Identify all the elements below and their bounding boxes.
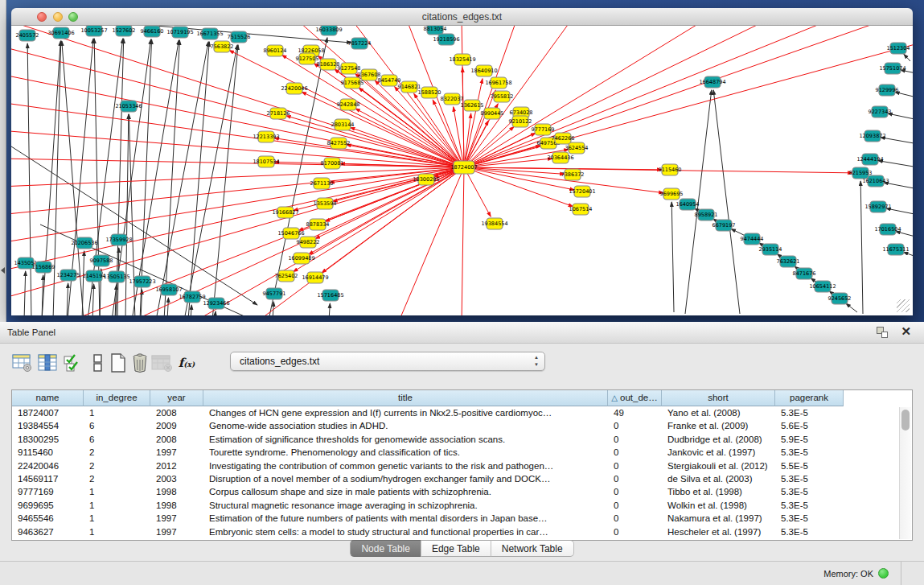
table-cell: 5.6E-5 [775, 419, 844, 432]
table-row[interactable]: 2242004622012Investigating the contribut… [12, 459, 899, 472]
column-header-short[interactable]: short [662, 390, 775, 406]
tab-node-table[interactable]: Node Table [350, 540, 421, 557]
table-row[interactable]: 1872400712008Changes of HCN gene express… [12, 406, 899, 419]
svg-text:17957223: 17957223 [129, 278, 155, 285]
column-chooser-button[interactable] [87, 351, 109, 375]
column-header-year[interactable]: year [150, 390, 203, 406]
table-mode-button[interactable] [11, 351, 34, 375]
svg-text:19166827: 19166827 [272, 209, 298, 216]
table-cell: 1997 [150, 446, 203, 459]
svg-text:2718126: 2718126 [267, 110, 290, 117]
table-cell: 2012 [150, 459, 203, 472]
column-header-pagerank[interactable]: pagerank [775, 390, 844, 406]
svg-text:20206536: 20206536 [71, 240, 97, 246]
column-header-name[interactable]: name [12, 390, 84, 406]
column-header-in_degree[interactable]: in_degree [84, 390, 150, 406]
float-panel-icon[interactable] [877, 327, 889, 339]
table-cell: Embryonic stem cells: a model to study s… [203, 525, 608, 538]
column-header-title[interactable]: title [203, 390, 608, 406]
panel-collapse-icon[interactable] [1, 267, 5, 274]
table-cell: 1997 [150, 512, 203, 525]
tab-edge-table[interactable]: Edge Table [421, 540, 491, 557]
table-cell: 1 [84, 406, 150, 419]
table-row[interactable]: 1938455462009Genome-wide association stu… [12, 419, 899, 432]
delete-table-button-disabled[interactable] [151, 351, 174, 375]
svg-text:1353594: 1353594 [314, 200, 337, 207]
table-cell: 9777169 [12, 485, 84, 498]
show-hide-columns-button[interactable] [61, 351, 84, 375]
svg-text:10654112: 10654112 [809, 283, 836, 290]
svg-text:9115460: 9115460 [659, 167, 682, 173]
memory-ok-indicator[interactable] [878, 568, 889, 579]
table-row[interactable]: 1456911722003Disruption of a novel membe… [12, 472, 899, 485]
select-column-button[interactable] [37, 351, 60, 375]
svg-text:9457791: 9457791 [263, 290, 286, 297]
svg-text:16033809: 16033809 [315, 27, 342, 33]
table-row[interactable]: 977716911998Corpus callosum shape and si… [12, 485, 899, 498]
table-cell: Estimation of the future numbers of pati… [203, 512, 608, 525]
svg-text:16099489: 16099489 [288, 255, 314, 262]
svg-text:1512304: 1512304 [887, 45, 910, 51]
table-cell: 6 [84, 433, 150, 446]
table-cell: Tibbo et al. (1998) [662, 485, 775, 498]
svg-text:9466160: 9466160 [141, 28, 164, 35]
table-cell: 9699695 [12, 499, 84, 512]
table-row[interactable]: 969969511998Structural magnetic resonanc… [12, 499, 899, 512]
table-row[interactable]: 911546021997Tourette syndrome. Phenomeno… [12, 446, 899, 459]
table-body: 1872400712008Changes of HCN gene express… [12, 406, 899, 540]
svg-text:16958107: 16958107 [155, 286, 182, 293]
control-panel-edge [0, 0, 6, 322]
table-cell: 1998 [150, 499, 203, 512]
svg-text:15892971: 15892971 [864, 204, 891, 210]
table-cell: 14569117 [12, 472, 84, 485]
svg-text:1527602: 1527602 [113, 27, 136, 34]
table-cell: Wolkin et al. (1998) [662, 499, 775, 512]
node-attribute-table: namein_degreeyeartitle△out_de…shortpager… [11, 389, 913, 541]
svg-text:15046766: 15046766 [277, 230, 304, 237]
svg-text:7386372: 7386372 [561, 171, 585, 178]
table-cell: 1 [84, 485, 150, 498]
svg-text:18107534: 18107534 [253, 159, 279, 165]
table-cell: Dudbridge et al. (2008) [662, 433, 775, 446]
table-cell: Tourette syndrome. Phenomenology and cla… [203, 446, 608, 459]
svg-text:8215953: 8215953 [849, 170, 873, 176]
network-window-titlebar[interactable]: citations_edges.txt [11, 8, 913, 26]
svg-text:9127548: 9127548 [338, 65, 361, 72]
function-builder-button[interactable]: f(x) [175, 351, 198, 375]
tab-network-table[interactable]: Network Table [491, 540, 574, 557]
network-canvas[interactable]: 1872400718300295193845541832541918640910… [11, 26, 913, 315]
table-cell: 0 [608, 472, 662, 485]
table-row[interactable]: 946554611997Estimation of the future num… [12, 512, 899, 525]
close-panel-icon[interactable]: ✕ [901, 324, 911, 339]
network-svg[interactable]: 1872400718300295193845541832541918640910… [11, 26, 913, 315]
table-row[interactable]: 1830029562008Estimation of significance … [12, 433, 899, 446]
svg-text:11675311: 11675311 [882, 246, 909, 253]
resize-grip[interactable] [897, 299, 910, 312]
table-cell: Investigating the contribution of common… [203, 459, 608, 472]
svg-text:9498222: 9498222 [297, 239, 320, 245]
svg-text:16914479: 16914479 [302, 274, 328, 281]
table-row[interactable]: 946362711997Embryonic stem cells: a mode… [12, 525, 899, 538]
svg-text:8813054: 8813054 [424, 26, 447, 32]
table-cell: 18724007 [12, 406, 84, 419]
table-cell: Estimation of significance thresholds fo… [203, 433, 608, 446]
table-scrollbar-thumb[interactable] [901, 410, 910, 431]
svg-text:1588520: 1588520 [418, 89, 441, 96]
table-cell: 5.3E-5 [775, 525, 844, 538]
svg-text:15751074: 15751074 [879, 65, 906, 72]
table-selector-dropdown[interactable]: citations_edges.txt ▲▼ [230, 352, 545, 371]
svg-text:16210643: 16210643 [862, 178, 889, 184]
svg-text:8186328: 8186328 [317, 61, 340, 68]
svg-text:9242848: 9242848 [337, 101, 360, 108]
table-cell: 2 [84, 472, 150, 485]
table-cell: 5.3E-5 [775, 472, 844, 485]
table-scrollbar[interactable] [899, 407, 911, 539]
table-panel: Table Panel ✕ f(x) citations_edges.txt [0, 322, 924, 561]
create-column-button[interactable] [107, 351, 129, 375]
delete-column-button[interactable] [129, 351, 151, 375]
column-header-out_de[interactable]: △out_de… [608, 390, 662, 406]
table-cell: 18300295 [12, 433, 84, 446]
svg-text:12923466: 12923466 [203, 300, 229, 307]
table-cell: Nakamura et al. (1997) [662, 512, 775, 525]
svg-text:2803144: 2803144 [331, 122, 355, 128]
